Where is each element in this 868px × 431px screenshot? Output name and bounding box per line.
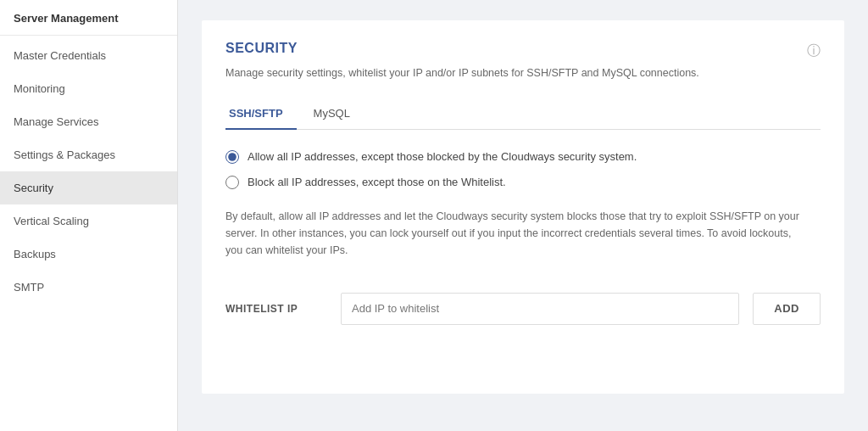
radio-allow-all-input[interactable]	[225, 150, 239, 164]
add-ip-button[interactable]: ADD	[753, 293, 821, 325]
sidebar-item-smtp[interactable]: SMTP	[0, 271, 177, 304]
tabs: SSH/SFTP MySQL	[225, 100, 821, 130]
radio-block-all-input[interactable]	[225, 176, 239, 189]
sidebar-title: Server Management	[0, 0, 177, 36]
radio-block-all-label: Block all IP addresses, except those on …	[248, 176, 506, 188]
content-card: SECURITY ⓘ Manage security settings, whi…	[202, 20, 844, 394]
radio-allow-all-label: Allow all IP addresses, except those blo…	[248, 150, 637, 163]
sidebar-item-manage-services[interactable]: Manage Services	[0, 105, 177, 138]
info-text: By default, allow all IP addresses and l…	[225, 208, 802, 259]
whitelist-label: WHITELIST IP	[225, 303, 327, 315]
page-header: SECURITY ⓘ	[225, 41, 821, 60]
whitelist-section: WHITELIST IP ADD	[225, 286, 821, 325]
radio-group: Allow all IP addresses, except those blo…	[225, 150, 821, 189]
help-icon[interactable]: ⓘ	[807, 42, 821, 60]
sidebar: Server Management Master Credentials Mon…	[0, 0, 178, 431]
sidebar-item-backups[interactable]: Backups	[0, 238, 177, 271]
whitelist-ip-input[interactable]	[341, 293, 739, 325]
sidebar-item-monitoring[interactable]: Monitoring	[0, 72, 177, 105]
sidebar-item-security[interactable]: Security	[0, 171, 177, 204]
page-description: Manage security settings, whitelist your…	[225, 65, 821, 81]
radio-block-all[interactable]: Block all IP addresses, except those on …	[225, 176, 821, 189]
main-content: SECURITY ⓘ Manage security settings, whi…	[178, 0, 868, 431]
tab-ssh-sftp[interactable]: SSH/SFTP	[225, 100, 297, 130]
sidebar-item-master-credentials[interactable]: Master Credentials	[0, 39, 177, 72]
sidebar-item-vertical-scaling[interactable]: Vertical Scaling	[0, 204, 177, 238]
sidebar-nav: Master Credentials Monitoring Manage Ser…	[0, 36, 177, 304]
tab-mysql[interactable]: MySQL	[310, 100, 364, 130]
page-title: SECURITY	[225, 41, 298, 56]
radio-allow-all[interactable]: Allow all IP addresses, except those blo…	[225, 150, 821, 164]
sidebar-item-settings-packages[interactable]: Settings & Packages	[0, 138, 177, 171]
